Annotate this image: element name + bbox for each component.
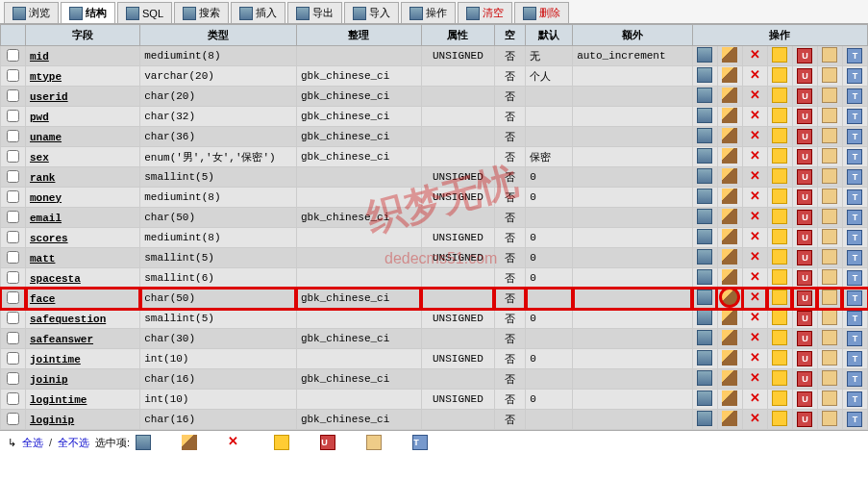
- select-all-link[interactable]: 全选: [22, 436, 43, 450]
- th-type[interactable]: 类型: [140, 25, 297, 46]
- delete-icon[interactable]: ✕: [747, 169, 762, 185]
- edit-icon[interactable]: [722, 88, 737, 103]
- fulltext-icon[interactable]: T: [847, 351, 862, 366]
- edit-icon[interactable]: [722, 249, 737, 265]
- field-name[interactable]: loginip: [30, 415, 74, 426]
- unique-icon[interactable]: U: [797, 129, 812, 144]
- index-icon[interactable]: [822, 47, 837, 63]
- browse-icon[interactable]: [697, 47, 712, 63]
- primary-key-icon[interactable]: [772, 88, 787, 103]
- fulltext-icon[interactable]: T: [847, 149, 862, 164]
- unique-icon[interactable]: U: [797, 311, 812, 326]
- browse-icon[interactable]: [697, 249, 712, 265]
- unselect-all-link[interactable]: 全不选: [58, 436, 89, 450]
- primary-key-icon[interactable]: [772, 269, 787, 285]
- index-icon[interactable]: [822, 350, 837, 365]
- index-icon[interactable]: [822, 229, 837, 244]
- field-name[interactable]: userid: [30, 91, 68, 103]
- edit-icon[interactable]: [182, 435, 197, 450]
- primary-key-icon[interactable]: [772, 168, 787, 184]
- primary-key-icon[interactable]: [772, 290, 787, 305]
- browse-icon[interactable]: [697, 128, 712, 143]
- fulltext-icon[interactable]: T: [412, 435, 428, 450]
- field-name[interactable]: spacesta: [30, 273, 81, 285]
- primary-key-icon[interactable]: [772, 128, 787, 143]
- field-name[interactable]: safequestion: [30, 314, 106, 325]
- row-checkbox[interactable]: [7, 312, 19, 324]
- th-field[interactable]: 字段: [26, 25, 140, 46]
- field-name[interactable]: rank: [30, 172, 55, 184]
- fulltext-icon[interactable]: T: [847, 230, 862, 245]
- delete-icon[interactable]: ✕: [747, 189, 762, 205]
- fulltext-icon[interactable]: T: [847, 210, 862, 225]
- delete-icon[interactable]: ✕: [747, 210, 762, 225]
- unique-icon[interactable]: U: [797, 331, 812, 346]
- field-name[interactable]: money: [30, 192, 62, 204]
- edit-icon[interactable]: [722, 108, 737, 123]
- delete-icon[interactable]: ✕: [747, 68, 762, 84]
- row-checkbox[interactable]: [7, 69, 19, 82]
- index-icon[interactable]: [822, 168, 837, 184]
- fulltext-icon[interactable]: T: [847, 412, 862, 427]
- edit-icon[interactable]: [722, 370, 737, 386]
- field-name[interactable]: mid: [30, 51, 49, 63]
- edit-icon[interactable]: [722, 168, 737, 184]
- edit-icon[interactable]: [722, 350, 737, 365]
- delete-icon[interactable]: ✕: [747, 230, 762, 245]
- row-checkbox[interactable]: [7, 251, 19, 264]
- browse-icon[interactable]: [697, 88, 712, 103]
- index-icon[interactable]: [822, 189, 837, 204]
- browse-icon[interactable]: [697, 209, 712, 224]
- unique-icon[interactable]: U: [797, 230, 812, 245]
- delete-icon[interactable]: ✕: [228, 435, 243, 450]
- edit-icon[interactable]: [722, 269, 737, 285]
- row-checkbox[interactable]: [7, 211, 19, 223]
- browse-icon[interactable]: [697, 350, 712, 365]
- browse-icon[interactable]: [697, 148, 712, 164]
- fulltext-icon[interactable]: T: [847, 169, 862, 185]
- edit-icon[interactable]: [722, 209, 737, 224]
- primary-key-icon[interactable]: [772, 47, 787, 63]
- tab-5[interactable]: 导出: [287, 2, 342, 23]
- unique-icon[interactable]: U: [797, 391, 812, 407]
- edit-icon[interactable]: [722, 128, 737, 143]
- tab-6[interactable]: 导入: [344, 2, 399, 23]
- edit-icon[interactable]: [722, 47, 737, 63]
- delete-icon[interactable]: ✕: [747, 412, 762, 427]
- fulltext-icon[interactable]: T: [847, 331, 862, 346]
- primary-key-icon[interactable]: [772, 229, 787, 244]
- fulltext-icon[interactable]: T: [847, 48, 862, 63]
- delete-icon[interactable]: ✕: [747, 270, 762, 286]
- field-name[interactable]: jointime: [30, 354, 81, 365]
- index-icon[interactable]: [822, 67, 837, 83]
- fulltext-icon[interactable]: T: [847, 270, 862, 286]
- fulltext-icon[interactable]: T: [847, 109, 862, 124]
- field-name[interactable]: face: [30, 293, 55, 305]
- fulltext-icon[interactable]: T: [847, 290, 862, 306]
- index-icon[interactable]: [822, 209, 837, 224]
- index-icon[interactable]: [366, 435, 382, 450]
- row-checkbox[interactable]: [7, 392, 19, 405]
- unique-icon[interactable]: U: [797, 270, 812, 286]
- delete-icon[interactable]: ✕: [747, 391, 762, 407]
- th-default[interactable]: 默认: [526, 25, 573, 46]
- unique-icon[interactable]: U: [797, 189, 812, 205]
- row-checkbox[interactable]: [7, 150, 19, 163]
- tab-4[interactable]: 插入: [231, 2, 285, 23]
- delete-icon[interactable]: ✕: [747, 290, 762, 306]
- unique-icon[interactable]: U: [797, 149, 812, 164]
- field-name[interactable]: email: [30, 213, 62, 224]
- field-name[interactable]: mtype: [30, 71, 62, 83]
- delete-icon[interactable]: ✕: [747, 250, 762, 265]
- primary-key-icon[interactable]: [772, 330, 787, 345]
- index-icon[interactable]: [822, 148, 837, 164]
- primary-key-icon[interactable]: [772, 189, 787, 204]
- browse-icon[interactable]: [697, 370, 712, 386]
- delete-icon[interactable]: ✕: [747, 48, 762, 63]
- unique-icon[interactable]: U: [797, 210, 812, 225]
- fulltext-icon[interactable]: T: [847, 88, 862, 104]
- field-name[interactable]: sex: [30, 152, 49, 164]
- browse-icon[interactable]: [136, 435, 151, 450]
- th-null[interactable]: 空: [494, 25, 526, 46]
- field-name[interactable]: pwd: [30, 112, 49, 123]
